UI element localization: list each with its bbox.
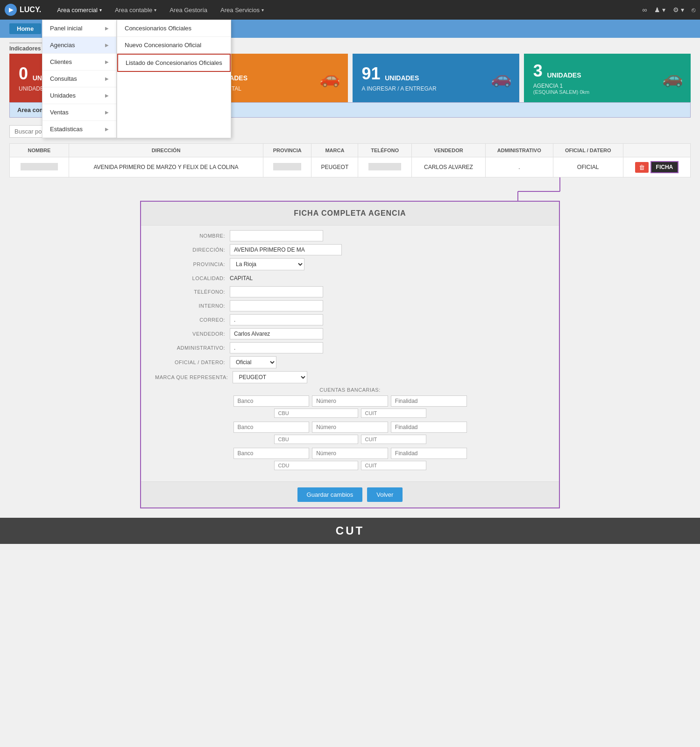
ficha-input-direccion[interactable] <box>230 244 342 255</box>
ficha-label-administrativo: ADMINISTRATIVO: <box>155 345 230 351</box>
ficha-input-vendedor[interactable] <box>230 328 323 339</box>
menu-consultas[interactable]: Consultas ▶ <box>42 70 116 87</box>
ficha-static-localidad: CAPITAL <box>230 273 253 283</box>
col-administrativo: ADMINISTRATIVO <box>486 144 553 157</box>
col-oficial: OFICIAL / DATERO <box>553 144 623 157</box>
ficha-input-telefono[interactable] <box>230 286 323 297</box>
bank-group-3 <box>233 448 467 470</box>
submenu-listado-concesionarios[interactable]: Listado de Concesionarios Oficiales <box>117 54 231 72</box>
submenu-concesionarios-oficiales[interactable]: Concesionarios Oficiales <box>117 20 231 37</box>
delete-button[interactable]: 🗑 <box>635 162 649 173</box>
topnav-right-icons: ∞ ♟ ▾ ⚙ ▾ ⎋ <box>642 6 695 14</box>
sub-arrow-unidades: ▶ <box>105 93 109 98</box>
bank-group-1 <box>233 395 467 418</box>
ficha-label-localidad: LOCALIDAD: <box>155 275 230 281</box>
banco-1[interactable] <box>233 395 310 407</box>
cell-vendedor: CARLOS ALVAREZ <box>411 157 485 177</box>
icon-settings[interactable]: ⚙ ▾ <box>673 6 684 14</box>
connector-line <box>476 177 569 201</box>
ficha-input-nombre[interactable] <box>230 230 323 241</box>
ficha-body: NOMBRE: DIRECCIÓN: PROVINCIA: La Rioja L… <box>141 226 559 481</box>
ficha-row-interno: INTERNO: <box>155 300 545 311</box>
ficha-button[interactable]: FICHA <box>651 161 679 173</box>
col-actions <box>623 144 690 157</box>
submenu-nuevo-concesionario[interactable]: Nuevo Concesionario Oficial <box>117 37 231 54</box>
table-header-row: NOMBRE DIRECCIÓN PROVINCIA MARCA TELÉFON… <box>10 144 691 157</box>
cell-provincia <box>263 157 311 177</box>
cuit-2[interactable] <box>361 435 426 444</box>
banco-3[interactable] <box>233 448 310 459</box>
guardar-button[interactable]: Guardar cambios <box>297 487 363 502</box>
car-icon-3: 🚗 <box>662 68 683 88</box>
menu-panel-inicial[interactable]: Panel inicial ▶ <box>42 20 116 37</box>
banco-2[interactable] <box>233 422 310 433</box>
ficha-label-provincia: PROVINCIA: <box>155 261 230 267</box>
ficha-select-provincia[interactable]: La Rioja <box>230 258 304 270</box>
nav-area-contable[interactable]: Area contable ▾ <box>108 0 163 20</box>
ficha-label-vendedor: VENDEDOR: <box>155 331 230 337</box>
home-button[interactable]: Home <box>9 23 41 34</box>
logo-icon: ▶ <box>5 4 17 16</box>
menu-ventas[interactable]: Ventas ▶ <box>42 104 116 121</box>
nav-area-gestoria[interactable]: Area Gestoría <box>163 0 214 20</box>
car-icon-1: 🚗 <box>319 68 340 88</box>
finalidad-3[interactable] <box>391 448 467 459</box>
sub-arrow-clientes: ▶ <box>105 59 109 64</box>
numero-2[interactable] <box>312 422 388 433</box>
menu-estadisticas[interactable]: Estadísticas ▶ <box>42 121 116 138</box>
menu-agencias[interactable]: Agencias ▶ <box>42 37 116 54</box>
ficha-row-provincia: PROVINCIA: La Rioja <box>155 258 545 270</box>
nav-area-comercial[interactable]: Area comercial ▾ <box>50 0 108 20</box>
cell-marca: PEUGEOT <box>311 157 358 177</box>
col-direccion: DIRECCIÓN <box>69 144 263 157</box>
cuit-3[interactable] <box>361 461 426 470</box>
cell-telefono <box>358 157 411 177</box>
ficha-input-correo[interactable] <box>230 314 323 325</box>
cdu-3[interactable] <box>274 461 358 470</box>
ficha-input-administrativo[interactable] <box>230 342 323 353</box>
col-provincia: PROVINCIA <box>263 144 311 157</box>
cbu-2[interactable] <box>274 435 358 444</box>
ficha-label-nombre: NOMBRE: <box>155 233 230 239</box>
agencies-table: NOMBRE DIRECCIÓN PROVINCIA MARCA TELÉFON… <box>9 143 691 177</box>
app-logo: ▶ LUCY. <box>5 4 41 16</box>
finalidad-1[interactable] <box>391 395 467 407</box>
dropdown-main-panel: Panel inicial ▶ Agencias ▶ Clientes ▶ Co… <box>42 20 117 138</box>
stat-sub2-3: (ESQUINA SALEM) 0km <box>533 89 681 95</box>
ficha-input-interno[interactable] <box>230 300 323 311</box>
ficha-select-marca[interactable]: PEUGEOT <box>233 371 307 383</box>
cbu-1[interactable] <box>274 409 358 418</box>
dropdown-sub-panel: Concesionarios Oficiales Nuevo Concesion… <box>117 20 231 138</box>
ficha-cuentas-label: CUENTAS BANCARIAS: <box>155 387 545 393</box>
icon-logout[interactable]: ⎋ <box>692 6 695 14</box>
ficha-panel: FICHA COMPLETA AGENCIA NOMBRE: DIRECCIÓN… <box>140 201 560 508</box>
volver-button[interactable]: Volver <box>367 487 403 502</box>
table-row: AVENIDA PRIMERO DE MARZO Y FELIX DE LA C… <box>10 157 691 177</box>
cuit-1[interactable] <box>361 409 426 418</box>
stat-sublabel-2: A INGRESAR / A ENTREGAR <box>362 85 510 92</box>
icon-infinity[interactable]: ∞ <box>642 6 647 14</box>
col-telefono: TELÉFONO <box>358 144 411 157</box>
stat-number-0: 0 <box>19 64 28 84</box>
ficha-label-oficial: OFICIAL / DATERO: <box>155 359 230 365</box>
menu-unidades[interactable]: Unidades ▶ <box>42 87 116 104</box>
menu-clientes[interactable]: Clientes ▶ <box>42 54 116 70</box>
nav-arrow-comercial: ▾ <box>99 7 102 13</box>
ficha-row-telefono: TELÉFONO: <box>155 286 545 297</box>
finalidad-2[interactable] <box>391 422 467 433</box>
stat-label-2: UNIDADES <box>385 74 419 84</box>
ficha-select-oficial[interactable]: Oficial Datero <box>230 356 276 368</box>
col-marca: MARCA <box>311 144 358 157</box>
dropdown-menu: Panel inicial ▶ Agencias ▶ Clientes ▶ Co… <box>42 20 231 138</box>
numero-1[interactable] <box>312 395 388 407</box>
ficha-row-administrativo: ADMINISTRATIVO: <box>155 342 545 353</box>
sub-arrow-agencias: ▶ <box>105 42 109 48</box>
ficha-label-telefono: TELÉFONO: <box>155 289 230 295</box>
ficha-label-correo: CORREO: <box>155 317 230 323</box>
cell-actions: 🗑 FICHA <box>623 157 690 177</box>
nav-area-servicios[interactable]: Area Servicios ▾ <box>214 0 270 20</box>
stat-card-2: 91 UNIDADES A INGRESAR / A ENTREGAR 🚗 <box>353 54 519 102</box>
icon-user[interactable]: ♟ ▾ <box>654 6 665 14</box>
cell-nombre <box>10 157 69 177</box>
numero-3[interactable] <box>312 448 388 459</box>
